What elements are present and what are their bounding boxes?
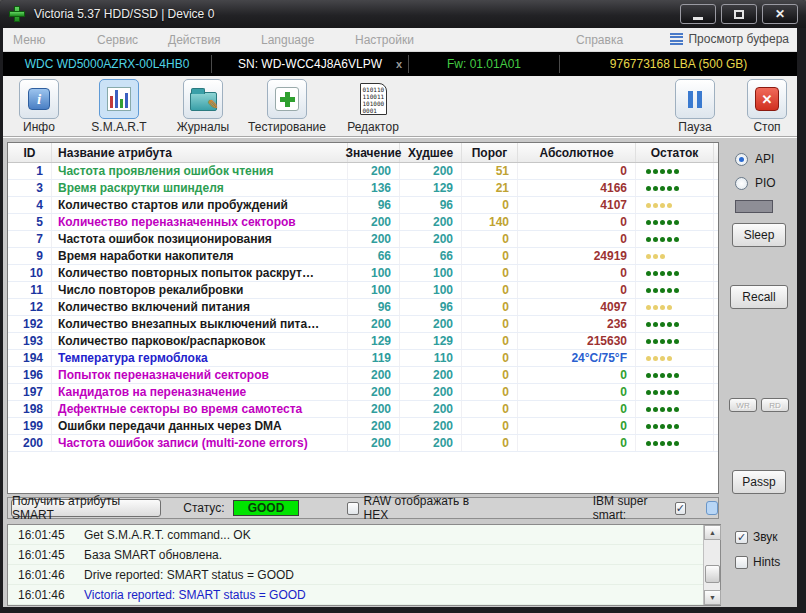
smart-row-192[interactable]: 192Количество внезапных выключений пита……: [8, 316, 718, 333]
col-id[interactable]: ID: [8, 143, 52, 162]
api-radio-row[interactable]: API: [735, 152, 774, 166]
menu-main[interactable]: Меню: [13, 33, 45, 47]
smart-row-194[interactable]: 194Температура гермоблока119110024°C/75°…: [8, 350, 718, 367]
testing-button[interactable]: Тестирование: [251, 79, 323, 134]
close-button[interactable]: ✕: [762, 4, 798, 24]
smart-row-12[interactable]: 12Количество включений питания969604097: [8, 299, 718, 316]
buffer-view-button[interactable]: Просмотр буфера: [670, 32, 789, 46]
passport-button[interactable]: Passp: [732, 470, 786, 494]
smart-row-4[interactable]: 4Количество стартов или пробуждений96960…: [8, 197, 718, 214]
health-dot-icon: [653, 305, 658, 310]
health-dot-icon: [667, 186, 672, 191]
col-attribute-name[interactable]: Название атрибута: [52, 143, 348, 162]
info-button[interactable]: i Инфо: [3, 79, 75, 134]
smart-row-198[interactable]: 198Дефектные секторы во время самотеста2…: [8, 401, 718, 418]
minimize-button[interactable]: [680, 4, 716, 24]
pio-radio[interactable]: [735, 177, 748, 190]
attr-health-dots: [636, 214, 714, 230]
col-health[interactable]: Остаток: [636, 143, 714, 162]
scroll-thumb[interactable]: [705, 565, 720, 583]
smart-row-11[interactable]: 11Число повторов рекалибровки10010000: [8, 282, 718, 299]
health-dot-icon: [646, 271, 651, 276]
log-scrollbar[interactable]: ▲ ▼: [703, 525, 720, 605]
menu-service[interactable]: Сервис: [97, 33, 138, 47]
health-dot-icon: [653, 339, 658, 344]
attr-health-dots: [636, 384, 714, 400]
attr-absolute: 0: [518, 367, 636, 383]
read-small-button[interactable]: RD: [761, 398, 789, 412]
sound-checkbox[interactable]: ✓: [735, 531, 748, 544]
smart-row-196[interactable]: 196Попыток переназначений секторов200200…: [8, 367, 718, 384]
smart-row-9[interactable]: 9Время наработки накопителя6666024919: [8, 248, 718, 265]
col-value[interactable]: Значение: [348, 143, 400, 162]
health-dot-icon: [646, 186, 651, 191]
menu-settings[interactable]: Настройки: [355, 33, 414, 47]
smart-row-200[interactable]: 200Частота ошибок записи (multi-zone err…: [8, 435, 718, 452]
health-dot-icon: [646, 373, 651, 378]
pio-radio-row[interactable]: PIO: [735, 176, 776, 190]
col-worst[interactable]: Худшее: [400, 143, 462, 162]
menu-language[interactable]: Language: [261, 33, 314, 47]
health-dot-icon: [653, 322, 658, 327]
editor-button[interactable]: 010110 110011 101000 0001 Редактор: [337, 79, 409, 134]
smart-row-5[interactable]: 5Количество переназначенных секторов2002…: [8, 214, 718, 231]
attr-threshold: 0: [462, 248, 518, 264]
device-serial[interactable]: SN: WD-WCC4J8A6VLPW x: [212, 52, 408, 76]
col-threshold[interactable]: Порог: [462, 143, 518, 162]
device-capacity[interactable]: 976773168 LBA (500 GB): [560, 52, 797, 76]
maximize-button[interactable]: [721, 4, 757, 24]
health-dot-icon: [660, 288, 665, 293]
get-smart-button[interactable]: Получить атрибуты SMART: [11, 499, 161, 517]
attr-value: 200: [348, 367, 400, 383]
health-dot-icon: [674, 424, 679, 429]
health-dot-icon: [660, 424, 665, 429]
serial-clear-icon[interactable]: x: [396, 58, 402, 70]
attr-id: 192: [8, 316, 52, 332]
health-dot-icon: [646, 305, 651, 310]
hints-checkbox[interactable]: [735, 556, 748, 569]
journals-button[interactable]: ✎ Журналы: [167, 79, 239, 134]
sound-checkbox-row[interactable]: ✓ Звук: [735, 530, 778, 544]
device-model[interactable]: WDC WD5000AZRX-00L4HB0: [3, 52, 211, 76]
health-dot-icon: [674, 339, 679, 344]
health-dot-icon: [660, 305, 665, 310]
attr-threshold: 0: [462, 435, 518, 451]
smart-row-3[interactable]: 3Время раскрутки шпинделя136129214166: [8, 180, 718, 197]
menu-actions[interactable]: Действия: [168, 33, 221, 47]
sleep-button[interactable]: Sleep: [732, 223, 786, 247]
device-firmware[interactable]: Fw: 01.01A01: [409, 52, 559, 76]
scroll-down-icon[interactable]: ▼: [704, 590, 721, 605]
col-absolute[interactable]: Абсолютное: [518, 143, 636, 162]
health-dot-icon: [660, 441, 665, 446]
hints-checkbox-row[interactable]: Hints: [735, 555, 780, 569]
status-strip: Получить атрибуты SMART Статус: GOOD RAW…: [7, 497, 719, 519]
menu-help[interactable]: Справка: [576, 33, 623, 47]
smart-row-199[interactable]: 199Ошибки передачи данных через DMA20020…: [8, 418, 718, 435]
attr-id: 200: [8, 435, 52, 451]
smart-row-193[interactable]: 193Количество парковок/распарковок129129…: [8, 333, 718, 350]
smart-row-1[interactable]: 1Частота проявления ошибок чтения2002005…: [8, 163, 718, 180]
smart-row-10[interactable]: 10Количество повторных попыток раскрут…1…: [8, 265, 718, 282]
api-radio[interactable]: [735, 153, 748, 166]
smart-row-197[interactable]: 197Кандидатов на переназначение20020000: [8, 384, 718, 401]
smart-row-7[interactable]: 7Частота ошибок позиционирования20020000: [8, 231, 718, 248]
stop-button[interactable]: ✕ Стоп: [731, 79, 803, 134]
smart-button[interactable]: S.M.A.R.T: [83, 79, 155, 134]
attr-health-dots: [636, 367, 714, 383]
buffer-view-label: Просмотр буфера: [688, 32, 789, 46]
attr-value: 200: [348, 214, 400, 230]
health-dot-icon: [653, 237, 658, 242]
raw-hex-checkbox[interactable]: [347, 502, 358, 515]
ibm-smart-checkbox[interactable]: ✓: [675, 502, 686, 515]
device-bar: WDC WD5000AZRX-00L4HB0 SN: WD-WCC4J8A6VL…: [3, 52, 797, 76]
scroll-up-icon[interactable]: ▲: [704, 525, 721, 540]
pause-button[interactable]: Пауза: [659, 79, 731, 134]
attr-threshold: 0: [462, 350, 518, 366]
write-small-button[interactable]: WR: [729, 398, 757, 412]
attr-name: Количество переназначенных секторов: [52, 214, 348, 230]
list-icon: [670, 33, 683, 45]
attr-value: 200: [348, 231, 400, 247]
recall-button[interactable]: Recall: [730, 285, 788, 309]
attr-health-dots: [636, 163, 714, 179]
attr-value: 96: [348, 299, 400, 315]
